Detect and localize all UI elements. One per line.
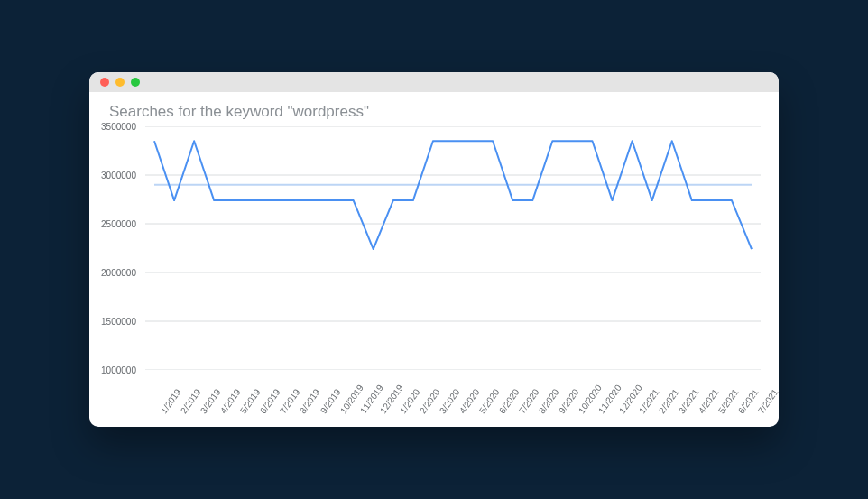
- close-icon[interactable]: [100, 78, 109, 87]
- line-chart: [145, 126, 761, 370]
- minimize-icon[interactable]: [115, 78, 125, 87]
- y-tick-label: 2000000: [101, 268, 136, 278]
- y-tick-label: 2500000: [101, 219, 136, 229]
- browser-window: Searches for the keyword "wordpress" 100…: [89, 72, 779, 427]
- series-searches: [154, 141, 752, 249]
- y-tick-label: 3000000: [101, 171, 136, 180]
- chart-title: Searches for the keyword "wordpress": [109, 103, 369, 121]
- x-tick-label: 1/2019: [159, 387, 183, 415]
- x-axis-labels: 1/20192/20193/20194/20195/20196/20197/20…: [145, 370, 761, 424]
- x-tick-label: 9/2019: [319, 387, 343, 415]
- zoom-icon[interactable]: [131, 78, 140, 87]
- x-tick-label: 8/2019: [298, 387, 322, 415]
- y-axis-labels: 1000000150000020000002500000300000035000…: [89, 126, 142, 370]
- y-tick-label: 1500000: [101, 317, 136, 327]
- y-tick-label: 3500000: [101, 122, 136, 132]
- y-tick-label: 1000000: [101, 365, 136, 375]
- window-titlebar: [89, 72, 779, 92]
